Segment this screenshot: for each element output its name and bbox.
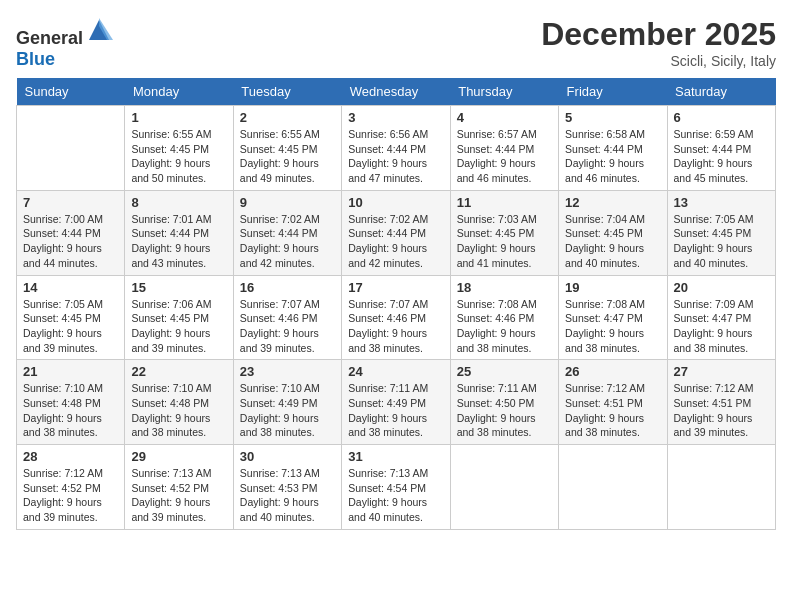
- daylight-hours: Daylight: 9 hours and 38 minutes.: [565, 327, 644, 354]
- title-section: December 2025 Scicli, Sicily, Italy: [541, 16, 776, 69]
- daylight-hours: Daylight: 9 hours and 45 minutes.: [674, 157, 753, 184]
- day-number: 14: [23, 280, 118, 295]
- sunset-time: Sunset: 4:45 PM: [457, 227, 535, 239]
- sunset-time: Sunset: 4:54 PM: [348, 482, 426, 494]
- sunrise-time: Sunrise: 7:13 AM: [131, 467, 211, 479]
- sunrise-time: Sunrise: 7:05 AM: [674, 213, 754, 225]
- calendar-cell: 5 Sunrise: 6:58 AM Sunset: 4:44 PM Dayli…: [559, 106, 667, 191]
- weekday-header-friday: Friday: [559, 78, 667, 106]
- daylight-hours: Daylight: 9 hours and 40 minutes.: [240, 496, 319, 523]
- day-number: 24: [348, 364, 443, 379]
- calendar-week-row: 7 Sunrise: 7:00 AM Sunset: 4:44 PM Dayli…: [17, 190, 776, 275]
- sunset-time: Sunset: 4:44 PM: [131, 227, 209, 239]
- daylight-hours: Daylight: 9 hours and 50 minutes.: [131, 157, 210, 184]
- logo-general: General: [16, 28, 83, 48]
- day-info: Sunrise: 7:08 AM Sunset: 4:47 PM Dayligh…: [565, 297, 660, 356]
- sunset-time: Sunset: 4:46 PM: [457, 312, 535, 324]
- weekday-header-saturday: Saturday: [667, 78, 775, 106]
- calendar-cell: 30 Sunrise: 7:13 AM Sunset: 4:53 PM Dayl…: [233, 445, 341, 530]
- day-number: 12: [565, 195, 660, 210]
- day-number: 3: [348, 110, 443, 125]
- calendar-cell: 3 Sunrise: 6:56 AM Sunset: 4:44 PM Dayli…: [342, 106, 450, 191]
- day-info: Sunrise: 6:55 AM Sunset: 4:45 PM Dayligh…: [131, 127, 226, 186]
- daylight-hours: Daylight: 9 hours and 38 minutes.: [565, 412, 644, 439]
- daylight-hours: Daylight: 9 hours and 47 minutes.: [348, 157, 427, 184]
- daylight-hours: Daylight: 9 hours and 44 minutes.: [23, 242, 102, 269]
- calendar-week-row: 1 Sunrise: 6:55 AM Sunset: 4:45 PM Dayli…: [17, 106, 776, 191]
- sunrise-time: Sunrise: 7:08 AM: [457, 298, 537, 310]
- daylight-hours: Daylight: 9 hours and 42 minutes.: [240, 242, 319, 269]
- calendar-table: SundayMondayTuesdayWednesdayThursdayFrid…: [16, 78, 776, 530]
- day-info: Sunrise: 7:08 AM Sunset: 4:46 PM Dayligh…: [457, 297, 552, 356]
- day-number: 27: [674, 364, 769, 379]
- sunset-time: Sunset: 4:52 PM: [23, 482, 101, 494]
- day-info: Sunrise: 7:13 AM Sunset: 4:54 PM Dayligh…: [348, 466, 443, 525]
- sunset-time: Sunset: 4:49 PM: [348, 397, 426, 409]
- calendar-cell: [559, 445, 667, 530]
- calendar-cell: 8 Sunrise: 7:01 AM Sunset: 4:44 PM Dayli…: [125, 190, 233, 275]
- sunset-time: Sunset: 4:49 PM: [240, 397, 318, 409]
- day-info: Sunrise: 7:11 AM Sunset: 4:50 PM Dayligh…: [457, 381, 552, 440]
- day-info: Sunrise: 7:10 AM Sunset: 4:48 PM Dayligh…: [23, 381, 118, 440]
- day-number: 4: [457, 110, 552, 125]
- sunrise-time: Sunrise: 6:59 AM: [674, 128, 754, 140]
- day-number: 21: [23, 364, 118, 379]
- weekday-header-tuesday: Tuesday: [233, 78, 341, 106]
- location: Scicli, Sicily, Italy: [541, 53, 776, 69]
- sunrise-time: Sunrise: 7:02 AM: [240, 213, 320, 225]
- calendar-cell: 28 Sunrise: 7:12 AM Sunset: 4:52 PM Dayl…: [17, 445, 125, 530]
- calendar-cell: 29 Sunrise: 7:13 AM Sunset: 4:52 PM Dayl…: [125, 445, 233, 530]
- day-number: 16: [240, 280, 335, 295]
- sunrise-time: Sunrise: 7:07 AM: [240, 298, 320, 310]
- sunset-time: Sunset: 4:47 PM: [674, 312, 752, 324]
- day-number: 13: [674, 195, 769, 210]
- sunrise-time: Sunrise: 7:10 AM: [23, 382, 103, 394]
- day-number: 22: [131, 364, 226, 379]
- day-number: 28: [23, 449, 118, 464]
- day-info: Sunrise: 6:56 AM Sunset: 4:44 PM Dayligh…: [348, 127, 443, 186]
- sunset-time: Sunset: 4:52 PM: [131, 482, 209, 494]
- sunrise-time: Sunrise: 6:58 AM: [565, 128, 645, 140]
- sunset-time: Sunset: 4:45 PM: [131, 312, 209, 324]
- daylight-hours: Daylight: 9 hours and 46 minutes.: [565, 157, 644, 184]
- day-info: Sunrise: 6:58 AM Sunset: 4:44 PM Dayligh…: [565, 127, 660, 186]
- sunrise-time: Sunrise: 7:10 AM: [240, 382, 320, 394]
- day-info: Sunrise: 7:12 AM Sunset: 4:51 PM Dayligh…: [565, 381, 660, 440]
- calendar-cell: [450, 445, 558, 530]
- sunset-time: Sunset: 4:53 PM: [240, 482, 318, 494]
- sunrise-time: Sunrise: 6:55 AM: [240, 128, 320, 140]
- sunrise-time: Sunrise: 7:12 AM: [674, 382, 754, 394]
- weekday-header-thursday: Thursday: [450, 78, 558, 106]
- day-info: Sunrise: 7:02 AM Sunset: 4:44 PM Dayligh…: [240, 212, 335, 271]
- day-info: Sunrise: 7:00 AM Sunset: 4:44 PM Dayligh…: [23, 212, 118, 271]
- sunrise-time: Sunrise: 6:56 AM: [348, 128, 428, 140]
- sunrise-time: Sunrise: 7:02 AM: [348, 213, 428, 225]
- sunrise-time: Sunrise: 6:55 AM: [131, 128, 211, 140]
- month-title: December 2025: [541, 16, 776, 53]
- daylight-hours: Daylight: 9 hours and 39 minutes.: [23, 327, 102, 354]
- calendar-cell: 12 Sunrise: 7:04 AM Sunset: 4:45 PM Dayl…: [559, 190, 667, 275]
- calendar-cell: 19 Sunrise: 7:08 AM Sunset: 4:47 PM Dayl…: [559, 275, 667, 360]
- calendar-cell: 23 Sunrise: 7:10 AM Sunset: 4:49 PM Dayl…: [233, 360, 341, 445]
- daylight-hours: Daylight: 9 hours and 38 minutes.: [457, 412, 536, 439]
- calendar-cell: 31 Sunrise: 7:13 AM Sunset: 4:54 PM Dayl…: [342, 445, 450, 530]
- day-info: Sunrise: 7:02 AM Sunset: 4:44 PM Dayligh…: [348, 212, 443, 271]
- weekday-header-row: SundayMondayTuesdayWednesdayThursdayFrid…: [17, 78, 776, 106]
- sunset-time: Sunset: 4:45 PM: [565, 227, 643, 239]
- calendar-cell: 13 Sunrise: 7:05 AM Sunset: 4:45 PM Dayl…: [667, 190, 775, 275]
- daylight-hours: Daylight: 9 hours and 46 minutes.: [457, 157, 536, 184]
- day-info: Sunrise: 7:07 AM Sunset: 4:46 PM Dayligh…: [240, 297, 335, 356]
- sunset-time: Sunset: 4:47 PM: [565, 312, 643, 324]
- calendar-cell: 22 Sunrise: 7:10 AM Sunset: 4:48 PM Dayl…: [125, 360, 233, 445]
- sunrise-time: Sunrise: 7:11 AM: [457, 382, 537, 394]
- day-number: 17: [348, 280, 443, 295]
- sunrise-time: Sunrise: 7:11 AM: [348, 382, 428, 394]
- sunrise-time: Sunrise: 7:13 AM: [240, 467, 320, 479]
- calendar-cell: 6 Sunrise: 6:59 AM Sunset: 4:44 PM Dayli…: [667, 106, 775, 191]
- sunrise-time: Sunrise: 6:57 AM: [457, 128, 537, 140]
- calendar-cell: 27 Sunrise: 7:12 AM Sunset: 4:51 PM Dayl…: [667, 360, 775, 445]
- daylight-hours: Daylight: 9 hours and 38 minutes.: [131, 412, 210, 439]
- calendar-cell: 1 Sunrise: 6:55 AM Sunset: 4:45 PM Dayli…: [125, 106, 233, 191]
- day-number: 26: [565, 364, 660, 379]
- day-info: Sunrise: 7:05 AM Sunset: 4:45 PM Dayligh…: [674, 212, 769, 271]
